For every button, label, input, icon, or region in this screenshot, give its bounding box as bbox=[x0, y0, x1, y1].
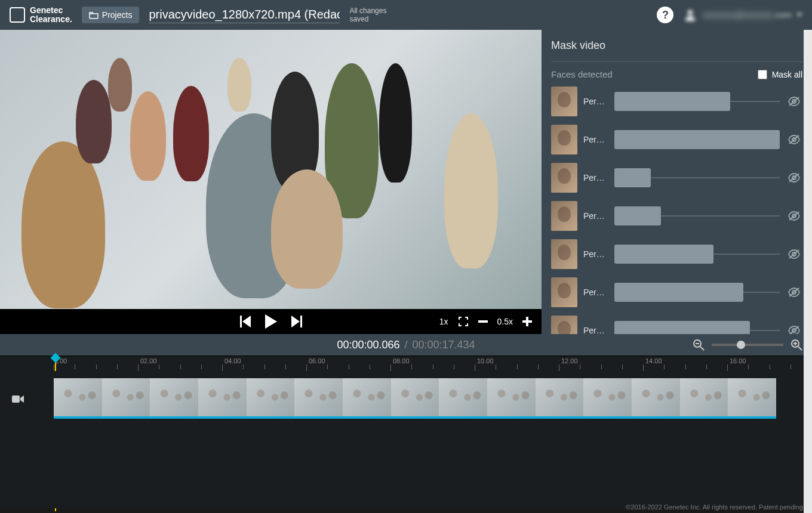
video-player: 1x 0.5x bbox=[0, 30, 542, 334]
user-email: xxxxxxxx@xxxxxxx.com bbox=[702, 10, 792, 20]
next-frame-button[interactable] bbox=[291, 316, 302, 327]
face-row[interactable]: Pers… bbox=[551, 316, 802, 334]
play-button[interactable] bbox=[265, 314, 277, 329]
visibility-toggle-button[interactable] bbox=[786, 323, 802, 334]
filename[interactable]: privacyvideo_1280x720.mp4 (Redacted) bbox=[149, 7, 340, 23]
play-icon bbox=[265, 314, 277, 329]
time-display: 00:00:00.066 / 00:00:17.434 bbox=[0, 334, 812, 356]
projects-button[interactable]: Projects bbox=[82, 7, 140, 23]
time-total: 00:00:17.434 bbox=[413, 339, 475, 351]
chevron-down-icon bbox=[796, 13, 802, 17]
face-track[interactable] bbox=[614, 292, 780, 293]
fit-button[interactable] bbox=[458, 316, 469, 327]
visibility-toggle-button[interactable] bbox=[786, 94, 802, 109]
face-row[interactable]: Pers… bbox=[551, 163, 802, 193]
visibility-toggle-button[interactable] bbox=[786, 132, 802, 147]
timeline-zoom-in-button[interactable] bbox=[791, 339, 802, 351]
zoom-out-icon bbox=[693, 339, 705, 351]
eye-off-icon bbox=[788, 173, 800, 183]
mask-panel: Mask video Faces detected Mask all Pers…… bbox=[542, 30, 812, 334]
speed-current[interactable]: 1x bbox=[439, 317, 448, 326]
minus-icon bbox=[478, 320, 488, 323]
mask-all-checkbox[interactable] bbox=[758, 70, 767, 79]
face-label: Pers… bbox=[583, 326, 608, 334]
face-track[interactable] bbox=[614, 139, 780, 140]
zoom-out-video-button[interactable] bbox=[478, 320, 488, 323]
face-row[interactable]: Pers… bbox=[551, 125, 802, 154]
visibility-toggle-button[interactable] bbox=[786, 285, 802, 299]
face-thumbnail[interactable] bbox=[551, 316, 577, 334]
svg-rect-5 bbox=[522, 320, 532, 323]
face-track[interactable] bbox=[614, 330, 780, 331]
eye-off-icon bbox=[788, 326, 800, 334]
ruler-label: 02.00 bbox=[140, 357, 157, 364]
face-row[interactable]: Pers… bbox=[551, 277, 802, 307]
logo-icon bbox=[10, 7, 25, 23]
skip-back-icon bbox=[240, 316, 251, 327]
logo-line1: Genetec bbox=[30, 6, 72, 15]
visibility-toggle-button[interactable] bbox=[786, 171, 802, 185]
footer-copyright: ©2016-2022 Genetec Inc. All rights reser… bbox=[626, 503, 805, 511]
prev-frame-button[interactable] bbox=[240, 316, 251, 327]
help-icon: ? bbox=[662, 9, 669, 21]
face-thumbnail[interactable] bbox=[551, 201, 577, 231]
faces-list: Pers… Pers… Pers… Pers… Pers bbox=[551, 86, 802, 334]
mask-all-label: Mask all bbox=[772, 70, 802, 79]
visibility-toggle-button[interactable] bbox=[786, 209, 802, 223]
face-label: Pers… bbox=[583, 97, 608, 106]
face-label: Pers… bbox=[583, 211, 608, 221]
face-row[interactable]: Pers… bbox=[551, 86, 802, 116]
user-menu[interactable]: xxxxxxxx@xxxxxxx.com bbox=[683, 8, 802, 22]
ruler-label: |.00 bbox=[56, 357, 67, 364]
ruler-label: 14.00 bbox=[645, 357, 662, 364]
help-button[interactable]: ? bbox=[657, 7, 673, 23]
face-row[interactable]: Pers… bbox=[551, 239, 802, 269]
time-current: 00:00:00.066 bbox=[337, 339, 399, 351]
face-track[interactable] bbox=[614, 254, 780, 255]
svg-rect-27 bbox=[12, 395, 20, 403]
zoom-in-icon bbox=[791, 339, 802, 351]
svg-line-24 bbox=[798, 347, 802, 350]
eye-off-icon bbox=[788, 288, 800, 297]
face-track[interactable] bbox=[614, 215, 780, 217]
timeline-zoom-slider[interactable] bbox=[712, 344, 783, 346]
zoom-slider-thumb[interactable] bbox=[737, 341, 745, 349]
svg-line-21 bbox=[700, 347, 704, 350]
ruler-label: 08.00 bbox=[393, 357, 410, 364]
app-logo: Genetec Clearance. bbox=[10, 6, 72, 24]
user-icon bbox=[683, 8, 697, 22]
speed-alt[interactable]: 0.5x bbox=[497, 317, 513, 326]
visibility-toggle-button[interactable] bbox=[786, 247, 802, 261]
face-thumbnail[interactable] bbox=[551, 277, 577, 307]
zoom-in-video-button[interactable] bbox=[522, 317, 532, 326]
timeline-ruler[interactable]: |.0002.0004.0006.0008.0010.0012.0014.001… bbox=[0, 356, 812, 371]
svg-rect-1 bbox=[240, 316, 242, 327]
projects-label: Projects bbox=[102, 10, 133, 20]
face-thumbnail[interactable] bbox=[551, 239, 577, 269]
timeline-tracks[interactable] bbox=[0, 371, 812, 508]
face-track[interactable] bbox=[614, 177, 780, 178]
ruler-label: 06.00 bbox=[309, 357, 325, 364]
skip-forward-icon bbox=[291, 316, 302, 327]
timeline-zoom-out-button[interactable] bbox=[693, 339, 705, 351]
panel-title: Mask video bbox=[551, 39, 802, 52]
eye-off-icon bbox=[788, 211, 800, 221]
video-frame[interactable] bbox=[0, 30, 542, 309]
face-row[interactable]: Pers… bbox=[551, 201, 802, 231]
svg-rect-3 bbox=[478, 320, 488, 323]
plus-icon bbox=[522, 317, 532, 326]
ruler-label: 12.00 bbox=[561, 357, 578, 364]
logo-line2: Clearance. bbox=[30, 15, 72, 24]
ruler-label: 10.00 bbox=[477, 357, 494, 364]
face-thumbnail[interactable] bbox=[551, 125, 577, 154]
face-thumbnail[interactable] bbox=[551, 163, 577, 193]
mask-all-toggle[interactable]: Mask all bbox=[758, 70, 802, 79]
app-header: Genetec Clearance. Projects privacyvideo… bbox=[0, 0, 812, 30]
video-track-icon bbox=[12, 395, 24, 403]
face-thumbnail[interactable] bbox=[551, 86, 577, 116]
face-label: Pers… bbox=[583, 135, 608, 144]
face-track[interactable] bbox=[614, 101, 780, 102]
scrollbar[interactable] bbox=[804, 30, 812, 513]
video-track-strip[interactable] bbox=[54, 378, 776, 419]
video-controls: 1x 0.5x bbox=[0, 309, 542, 334]
